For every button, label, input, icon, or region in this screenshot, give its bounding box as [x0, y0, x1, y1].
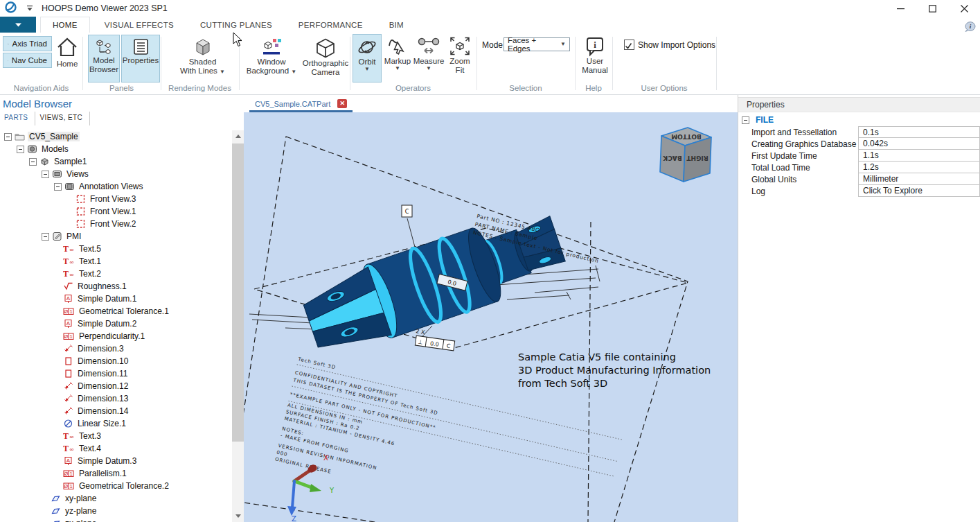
property-value[interactable]: 1.2s — [858, 161, 980, 173]
property-value[interactable]: 0.042s — [858, 137, 980, 150]
tree-item-front-view-3[interactable]: Front View.3 — [0, 193, 232, 205]
tree-item-perpendicularity-1[interactable]: Ø1Perpendicularity.1 — [0, 330, 232, 342]
tree-item-geometrical-tolerance-2[interactable]: Ø1Geometrical Tolerance.2 — [0, 480, 232, 492]
user-manual-label-2: Manual — [582, 66, 608, 75]
tree-item-text-4[interactable]: T∞Text.4 — [0, 442, 232, 455]
tree-item-views[interactable]: Views — [0, 168, 232, 180]
measure-button[interactable]: Measure ▼ — [413, 34, 445, 82]
tree-item-dimension-3[interactable]: Dimension.3 — [0, 342, 232, 355]
axis-triad-toggle[interactable]: Axis Triad — [3, 36, 52, 51]
tree-item-models[interactable]: Models — [0, 143, 232, 155]
tree-item-text-3[interactable]: T∞Text.3 — [0, 430, 232, 442]
tree-item-dimension-10[interactable]: Dimension.10 — [0, 355, 232, 367]
ribbon-tab-home[interactable]: HOME — [40, 17, 90, 33]
tree-item-linear-size-1[interactable]: Linear Size.1 — [0, 417, 232, 430]
fcf-value: 0.0 — [429, 340, 439, 348]
tree-item-dimension-13[interactable]: Dimension.13 — [0, 392, 232, 405]
nav-cube-widget[interactable]: BACK RIGHT BOTTOM — [660, 128, 711, 182]
tree-item-text-2[interactable]: T∞Text.2 — [0, 268, 232, 280]
tree-collapse-icon[interactable] — [54, 183, 62, 191]
tree-item-dimension-14[interactable]: Dimension.14 — [0, 405, 232, 417]
tree-item-roughness-1[interactable]: Roughness.1 — [0, 280, 232, 293]
tree-item-xy-plane[interactable]: xy-plane — [0, 492, 232, 505]
tree-item-front-view-2[interactable]: Front View.2 — [0, 218, 232, 230]
ribbon-tab-cutting-planes[interactable]: CUTTING PLANES — [188, 17, 284, 33]
model-browser-button[interactable]: Model Browser — [88, 35, 120, 82]
user-manual-button[interactable]: i User Manual — [580, 34, 610, 82]
tree-collapse-icon[interactable] — [42, 233, 49, 241]
property-value[interactable]: 1.1s — [858, 149, 980, 162]
tree-item-simple-datum-3[interactable]: ASimple Datum.3 — [0, 455, 232, 467]
document-tab[interactable]: CV5_Sample.CATPart ✕ — [249, 97, 353, 112]
scrollbar-thumb[interactable] — [232, 143, 244, 442]
tree-item-dimension-12[interactable]: Dimension.12 — [0, 380, 232, 392]
tree-item-pmi[interactable]: PMI — [0, 230, 232, 243]
ribbon-tab-performance[interactable]: PERFORMANCE — [287, 17, 375, 33]
tree-item-geometrical-tolerance-1[interactable]: Ø1Geometrical Tolerance.1 — [0, 305, 232, 317]
quick-access-caret-icon[interactable] — [26, 2, 33, 15]
orbit-button[interactable]: Orbit ▼ — [353, 34, 382, 82]
nav-cube-face-bottom[interactable]: BOTTOM — [671, 133, 702, 140]
file-menu-button[interactable] — [0, 17, 36, 33]
user-manual-icon: i — [585, 36, 605, 57]
window-background-button[interactable]: Window Background ▼ — [244, 35, 299, 82]
tree-collapse-icon[interactable] — [42, 171, 49, 178]
show-import-options-checkbox[interactable] — [624, 40, 634, 50]
tree-item-dimension-11[interactable]: Dimension.11 — [0, 367, 232, 380]
tree-item-label: Dimension.14 — [76, 406, 130, 416]
tree-item-simple-datum-1[interactable]: ASimple Datum.1 — [0, 293, 232, 305]
property-value[interactable]: 0.1s — [858, 126, 980, 138]
markup-button[interactable]: Markup ▼ — [383, 34, 412, 82]
maximize-button[interactable] — [916, 0, 948, 17]
nav-cube-face-back[interactable]: BACK — [662, 155, 681, 162]
ribbon-tab-bar: HOMEVISUAL EFFECTSCUTTING PLANESPERFORMA… — [0, 17, 980, 33]
group-label-panels: Panels — [82, 84, 161, 92]
orthographic-camera-button[interactable]: Orthographic Camera — [301, 35, 350, 82]
nav-cube-face-right[interactable]: RIGHT — [686, 155, 708, 162]
tree-item-text-5[interactable]: T∞Text.5 — [0, 243, 232, 255]
tab-parts[interactable]: PARTS — [0, 112, 35, 125]
close-button[interactable] — [948, 0, 980, 17]
property-label: Global Units — [738, 173, 858, 185]
selection-mode-dropdown[interactable]: Faces + Edges ▼ — [504, 37, 570, 51]
tree-item-cv5-sample[interactable]: CV5_Sample — [0, 130, 232, 143]
properties-section-file[interactable]: FILE — [738, 114, 980, 126]
tree-scrollbar[interactable] — [232, 130, 244, 522]
ribbon-tab-bim[interactable]: BIM — [377, 17, 416, 33]
document-tab-bar: CV5_Sample.CATPart ✕ — [244, 95, 738, 112]
tree-item-sample1[interactable]: Sample1 — [0, 155, 232, 168]
home-button[interactable]: Home — [53, 34, 81, 82]
tree-collapse-icon[interactable] — [17, 146, 24, 153]
tree-item-text-1[interactable]: T∞Text.1 — [0, 255, 232, 268]
shaded-with-lines-button[interactable]: Shaded With Lines ▼ — [173, 35, 232, 82]
tree-item-label: Simple Datum.3 — [76, 456, 138, 466]
group-separator — [575, 37, 576, 90]
nav-cube-toggle[interactable]: Nav Cube — [3, 53, 52, 68]
properties-icon — [132, 37, 150, 56]
tree-item-label: Parallelism.1 — [78, 469, 128, 478]
zoom-fit-button[interactable]: Zoom Fit — [446, 34, 474, 82]
property-value[interactable]: Click To Explore — [858, 184, 980, 197]
tree-item-front-view-1[interactable]: Front View.1 — [0, 205, 232, 218]
tab-views-etc[interactable]: VIEWS, ETC — [35, 112, 90, 125]
tree-item-yz-plane[interactable]: yz-plane — [0, 505, 232, 517]
tree-collapse-icon[interactable] — [29, 158, 37, 166]
property-value[interactable]: Millimeter — [858, 173, 980, 185]
info-bubble-icon[interactable]: i — [964, 17, 976, 33]
tree-item-annotation-views[interactable]: Annotation Views — [0, 180, 232, 193]
viewport-canvas[interactable]: C 0.0 2 X ⊥ 0.0 C Part NO — [244, 112, 738, 522]
tree-item-simple-datum-2[interactable]: ASimple Datum.2 — [0, 317, 232, 330]
minimize-button[interactable] — [884, 0, 916, 17]
property-row: First Update Time1.1s — [738, 150, 980, 162]
scroll-up-arrow-icon[interactable] — [232, 130, 244, 142]
viewport-3d[interactable]: C 0.0 2 X ⊥ 0.0 C Part NO — [244, 112, 738, 522]
ribbon-tab-visual-effects[interactable]: VISUAL EFFECTS — [93, 17, 186, 33]
tab-close-icon[interactable]: ✕ — [337, 99, 347, 108]
tree-item-parallelism-1[interactable]: Ø1Parallelism.1 — [0, 467, 232, 480]
scroll-down-arrow-icon[interactable] — [232, 510, 244, 522]
property-row: Global UnitsMillimeter — [738, 173, 980, 185]
collapse-icon[interactable] — [742, 116, 749, 124]
properties-button[interactable]: Properties — [121, 35, 160, 82]
tree-collapse-icon[interactable] — [4, 133, 12, 141]
tree-item-zx-plane[interactable]: zx-plane — [0, 517, 232, 522]
